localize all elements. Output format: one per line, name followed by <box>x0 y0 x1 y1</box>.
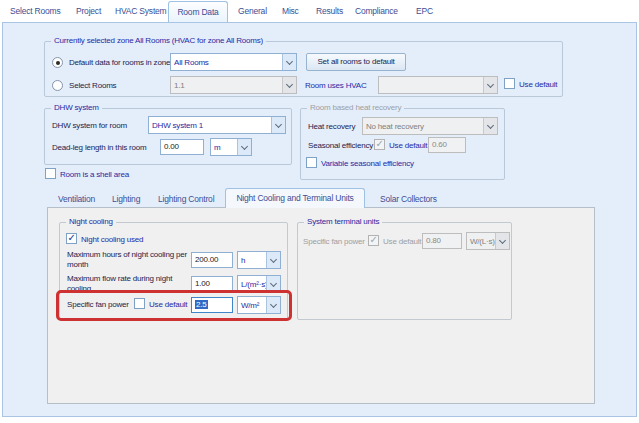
tab-project[interactable]: Project <box>76 6 101 16</box>
default-data-radio[interactable] <box>52 57 63 68</box>
tab-lighting-control[interactable]: Lighting Control <box>158 194 214 204</box>
check-icon: ✓ <box>369 235 377 245</box>
night-cooling-group-title: Night cooling <box>66 217 116 226</box>
chevron-down-icon[interactable] <box>495 233 509 249</box>
night-cooling-used-label: Night cooling used <box>81 235 143 244</box>
night-cooling-used-checkbox[interactable]: ✓ <box>66 233 77 244</box>
zone-use-default-label: Use default <box>519 80 557 89</box>
shell-area-label: Room is a shell area <box>60 170 129 179</box>
default-data-radio-label: Default data for rooms in zone <box>69 58 170 67</box>
tab-results[interactable]: Results <box>316 6 343 16</box>
max-hours-input[interactable]: 200.00 <box>191 252 233 268</box>
tab-epc[interactable]: EPC <box>416 6 433 16</box>
room-hvac-select[interactable] <box>378 76 498 94</box>
chevron-down-icon[interactable] <box>271 117 285 133</box>
shell-area-checkbox[interactable]: ✓ <box>45 168 56 179</box>
tab-general[interactable]: General <box>238 6 267 16</box>
zone-use-default-checkbox[interactable]: ✓ <box>504 78 515 89</box>
dead-leg-label: Dead-leg length in this room <box>52 143 146 152</box>
tab-hvac-system[interactable]: HVAC System <box>115 6 167 16</box>
dead-leg-input[interactable]: 0.00 <box>160 139 204 155</box>
select-rooms-radio[interactable] <box>52 80 63 91</box>
chevron-down-icon[interactable] <box>483 77 497 93</box>
heat-recovery-select[interactable]: No heat recovery <box>362 117 498 135</box>
night-sfp-use-default-checkbox[interactable]: ✓ <box>134 298 145 309</box>
check-icon: ✓ <box>375 139 383 149</box>
chevron-down-icon[interactable] <box>266 297 280 313</box>
zone-select[interactable]: All Rooms <box>170 53 297 71</box>
tab-lighting[interactable]: Lighting <box>112 194 140 204</box>
night-sfp-use-default-label: Use default <box>149 300 187 309</box>
max-hours-label: Maximum hours of night cooling per month <box>67 250 187 270</box>
night-sfp-label: Specific fan power <box>67 300 129 309</box>
heat-recovery-group-title: Room based heat recovery <box>307 103 404 112</box>
tab-room-data[interactable]: Room Data <box>168 1 228 22</box>
dhw-system-label: DHW system for room <box>52 121 127 130</box>
tab-ventilation[interactable]: Ventilation <box>58 194 95 204</box>
chevron-down-icon[interactable] <box>483 118 497 134</box>
night-sfp-unit-select[interactable]: W/m² <box>237 296 281 314</box>
check-icon: ✓ <box>67 233 75 243</box>
max-hours-unit-select[interactable]: h <box>237 251 281 269</box>
room-select[interactable]: 1.1 <box>170 76 297 94</box>
seasonal-efficiency-input[interactable]: 0.60 <box>428 137 466 153</box>
terminal-sfp-input[interactable]: 0.80 <box>422 233 462 249</box>
chevron-down-icon[interactable] <box>282 77 296 93</box>
chevron-down-icon[interactable] <box>266 252 280 268</box>
tab-misc[interactable]: Misc <box>282 6 299 16</box>
zone-group-title: Currently selected zone All Rooms (HVAC … <box>51 36 266 45</box>
seasonal-efficiency-label: Seasonal efficiency <box>308 141 373 150</box>
terminal-use-default-label: Use default <box>383 237 421 246</box>
seasonal-use-default-checkbox[interactable]: ✓ <box>374 139 385 150</box>
seasonal-use-default-label: Use default <box>389 141 427 150</box>
chevron-down-icon[interactable] <box>237 139 251 155</box>
terminal-use-default-checkbox[interactable]: ✓ <box>368 235 379 246</box>
tab-compliance[interactable]: Compliance <box>355 6 398 16</box>
terminal-sfp-unit-select[interactable]: W/(L·s) <box>466 232 510 250</box>
selected-text: 2.5 <box>195 300 208 309</box>
dhw-system-select[interactable]: DHW system 1 <box>148 116 286 134</box>
variable-seasonal-checkbox[interactable]: ✓ <box>306 157 317 168</box>
night-sfp-input[interactable]: 2.5 <box>191 297 233 313</box>
app-window: Select Rooms Project HVAC System Room Da… <box>0 0 639 423</box>
heat-recovery-label: Heat recovery <box>308 122 355 131</box>
room-uses-hvac-label: Room uses HVAC <box>305 81 367 90</box>
tab-select-rooms[interactable]: Select Rooms <box>10 6 61 16</box>
variable-seasonal-label: Variable seasonal efficiency <box>321 159 414 168</box>
dhw-group-title: DHW system <box>51 103 102 112</box>
tab-solar-collectors[interactable]: Solar Collectors <box>380 194 437 204</box>
select-rooms-radio-label: Select Rooms <box>69 81 116 90</box>
tab-night-cooling-terminal-units[interactable]: Night Cooling and Terminal Units <box>225 188 365 208</box>
terminal-sfp-label: Specific fan power <box>303 237 365 246</box>
dead-leg-unit-select[interactable]: m <box>210 138 252 156</box>
terminal-units-group-title: System terminal units <box>304 217 382 226</box>
set-all-rooms-default-button[interactable]: Set all rooms to default <box>306 53 406 71</box>
chevron-down-icon[interactable] <box>282 54 296 70</box>
